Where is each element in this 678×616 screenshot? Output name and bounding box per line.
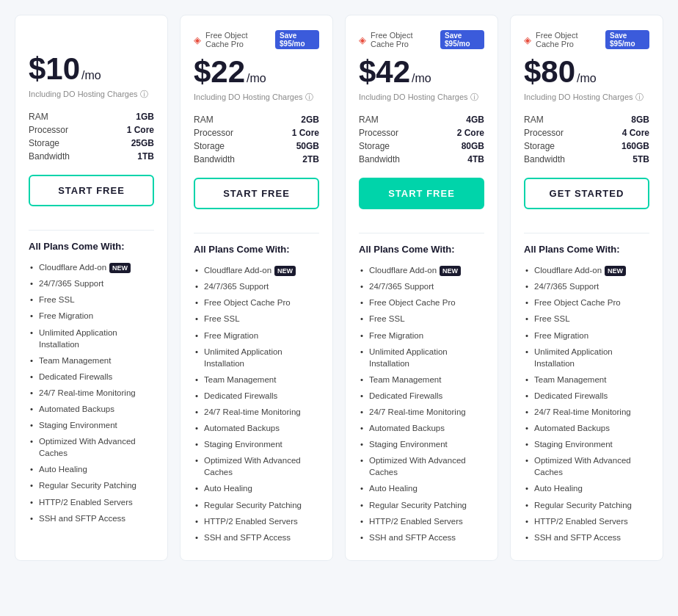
- spec-value: 1TB: [104, 150, 154, 163]
- spec-row: Bandwidth4TB: [359, 153, 484, 166]
- price-note: Including DO Hosting Charges ⓘ: [194, 92, 319, 103]
- spec-value: 4TB: [434, 153, 484, 166]
- feature-item: 24/7 Real-time Monitoring: [524, 404, 649, 420]
- feature-item: Team Management: [359, 372, 484, 388]
- price-note: Including DO Hosting Charges ⓘ: [29, 89, 154, 100]
- spec-row: Bandwidth2TB: [194, 153, 319, 166]
- badge-row-plan-80: ◈Free Object Cache ProSave $95/mo: [524, 30, 649, 49]
- spec-label: Processor: [194, 126, 269, 139]
- cta-button-plan-22[interactable]: START FREE: [194, 178, 319, 209]
- feature-item: Optimized With Advanced Caches: [29, 433, 154, 461]
- badge-row-plan-42: ◈Free Object Cache ProSave $95/mo: [359, 30, 484, 49]
- feature-item: Dedicated Firewalls: [524, 388, 649, 404]
- spec-row: Storage25GB: [29, 137, 154, 150]
- section-divider: [194, 233, 319, 233]
- spec-row: Processor1 Core: [194, 126, 319, 139]
- feature-item: Unlimited Application Installation: [194, 344, 319, 372]
- feature-item: SSH and SFTP Access: [194, 529, 319, 546]
- section-divider: [359, 233, 484, 233]
- spec-row: Processor4 Core: [524, 126, 649, 139]
- spec-value: 1 Core: [269, 126, 319, 139]
- cache-icon: ◈: [359, 35, 366, 46]
- feature-item: Regular Security Patching: [29, 477, 154, 493]
- feature-item: 24/7 Real-time Monitoring: [29, 385, 154, 401]
- feature-item: Free SSL: [194, 311, 319, 327]
- badge-label: Free Object Cache Pro: [536, 31, 601, 48]
- cache-icon: ◈: [194, 35, 201, 46]
- feature-item: 24/7/365 Support: [359, 278, 484, 294]
- feature-item: Cloudflare Add-onNEW: [359, 262, 484, 278]
- features-header: All Plans Come With:: [359, 244, 484, 255]
- cache-icon: ◈: [524, 35, 531, 46]
- feature-item: Optimized With Advanced Caches: [359, 452, 484, 480]
- badge-label: Free Object Cache Pro: [205, 31, 271, 48]
- feature-item: 24/7/365 Support: [194, 278, 319, 294]
- feature-item: Regular Security Patching: [524, 497, 649, 513]
- feature-item: SSH and SFTP Access: [359, 529, 484, 546]
- feature-item: Auto Healing: [29, 461, 154, 477]
- feature-item: HTTP/2 Enabled Servers: [194, 513, 319, 529]
- feature-item: Regular Security Patching: [359, 497, 484, 513]
- spec-label: RAM: [359, 113, 434, 126]
- feature-item: 24/7 Real-time Monitoring: [359, 404, 484, 420]
- feature-item: 24/7/365 Support: [29, 275, 154, 291]
- spec-value: 2GB: [269, 113, 319, 126]
- price-amount: $80: [524, 57, 575, 87]
- feature-item: Free Object Cache Pro: [359, 294, 484, 311]
- price-amount: $42: [359, 57, 410, 87]
- spec-row: RAM2GB: [194, 113, 319, 126]
- spec-row: Storage50GB: [194, 139, 319, 153]
- feature-item: Cloudflare Add-onNEW: [29, 259, 154, 275]
- feature-item: Dedicated Firewalls: [29, 369, 154, 385]
- price-period: /mo: [81, 69, 101, 82]
- feature-item: HTTP/2 Enabled Servers: [29, 494, 154, 510]
- feature-item: Staging Environment: [524, 436, 649, 452]
- spec-label: RAM: [524, 113, 599, 126]
- spec-label: Processor: [359, 126, 434, 139]
- spec-value: 1GB: [104, 110, 154, 123]
- feature-item: Free Migration: [29, 308, 154, 324]
- spec-row: Storage80GB: [359, 139, 484, 153]
- feature-item: Auto Healing: [524, 480, 649, 496]
- spec-value: 50GB: [269, 139, 319, 153]
- feature-item: Team Management: [29, 352, 154, 369]
- specs-table: RAM1GBProcessor1 CoreStorage25GBBandwidt…: [29, 110, 154, 163]
- spec-value: 8GB: [599, 113, 649, 126]
- price-amount: $10: [29, 54, 80, 84]
- feature-item: SSH and SFTP Access: [29, 510, 154, 526]
- price-period: /mo: [577, 72, 597, 85]
- spec-label: Bandwidth: [524, 153, 599, 166]
- new-badge: NEW: [605, 266, 626, 277]
- features-header: All Plans Come With:: [524, 244, 649, 255]
- spec-value: 80GB: [434, 139, 484, 153]
- save-badge: Save $95/mo: [605, 30, 649, 49]
- feature-item: Optimized With Advanced Caches: [194, 452, 319, 480]
- feature-item: Unlimited Application Installation: [524, 344, 649, 372]
- spec-value: 2TB: [269, 153, 319, 166]
- features-list: Cloudflare Add-onNEW24/7/365 SupportFree…: [359, 262, 484, 546]
- price-period: /mo: [412, 72, 431, 85]
- feature-item: Free Object Cache Pro: [194, 294, 319, 311]
- cta-button-plan-10[interactable]: START FREE: [29, 175, 154, 206]
- feature-item: Automated Backups: [524, 420, 649, 436]
- feature-item: Staging Environment: [29, 417, 154, 433]
- plan-card-plan-10: $10/moIncluding DO Hosting Charges ⓘRAM1…: [15, 15, 168, 561]
- cta-button-plan-42[interactable]: START FREE: [359, 178, 484, 209]
- specs-table: RAM8GBProcessor4 CoreStorage160GBBandwid…: [524, 113, 649, 166]
- spec-row: Processor1 Core: [29, 123, 154, 137]
- spec-row: Processor2 Core: [359, 126, 484, 139]
- price-note: Including DO Hosting Charges ⓘ: [359, 92, 484, 103]
- spec-value: 5TB: [599, 153, 649, 166]
- features-list: Cloudflare Add-onNEW24/7/365 SupportFree…: [524, 262, 649, 546]
- plan-card-plan-42: ◈Free Object Cache ProSave $95/mo$42/moI…: [345, 15, 498, 561]
- feature-item: Cloudflare Add-onNEW: [194, 262, 319, 278]
- feature-item: Free SSL: [29, 291, 154, 308]
- feature-item: Automated Backups: [359, 420, 484, 436]
- feature-item: HTTP/2 Enabled Servers: [359, 513, 484, 529]
- feature-item: Free Migration: [194, 327, 319, 344]
- spec-label: RAM: [194, 113, 269, 126]
- feature-item: Unlimited Application Installation: [359, 344, 484, 372]
- feature-item: Free Migration: [359, 327, 484, 344]
- feature-item: Regular Security Patching: [194, 497, 319, 513]
- cta-button-plan-80[interactable]: GET STARTED: [524, 178, 649, 209]
